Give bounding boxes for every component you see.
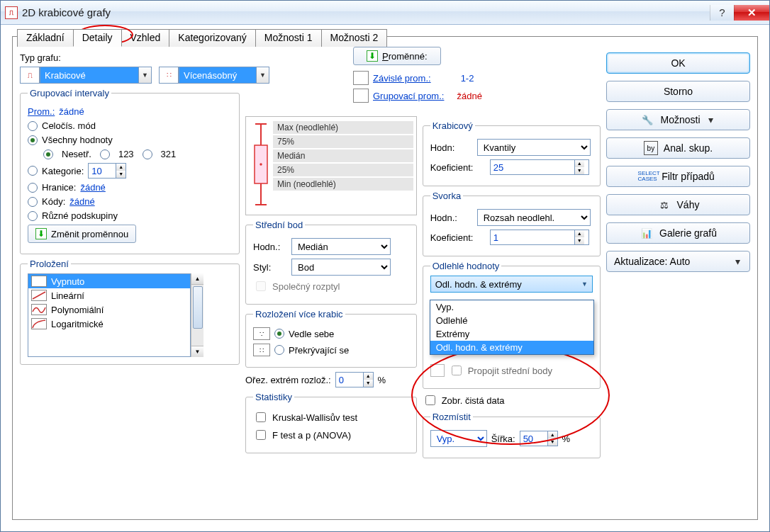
storno-button[interactable]: Storno (606, 81, 750, 102)
vsechny-label: Všechny hodnoty (42, 135, 113, 145)
sb-hodn-select[interactable]: Medián (291, 238, 391, 255)
fit-item-poly: Polynomiální (28, 302, 190, 317)
celocis-radio[interactable] (28, 121, 38, 131)
fit-label-0: Vypnuto (51, 276, 84, 287)
odlehle-opt-2[interactable]: Extrémy (430, 327, 593, 341)
rozlozeni-legend: Rozložení více krabic (253, 309, 345, 319)
graph-type-primary-dd[interactable]: ▼ (139, 67, 152, 84)
f-chk[interactable] (256, 430, 266, 440)
statistiky-legend: Statistiky (253, 392, 294, 402)
tab-vzhled[interactable]: Vzhled (121, 29, 170, 47)
r321-radio[interactable] (143, 149, 152, 159)
kody-radio[interactable] (28, 197, 38, 207)
help-button[interactable]: ? (710, 5, 734, 21)
bp-25: 25% (273, 164, 413, 176)
zobr-cista-label: Zobr. čistá data (442, 395, 505, 406)
r123-radio[interactable] (100, 149, 110, 159)
hranice-radio[interactable] (28, 183, 38, 193)
odlehle-combo[interactable]: Odl. hodn. & extrémy ▼ (430, 276, 593, 293)
prom-value: žádné (59, 106, 84, 117)
filtr-button[interactable]: SELECTCASES Filtr případů (606, 166, 750, 187)
variables-button-label: Proměnné: (382, 51, 428, 62)
prekr-label: Překrývající se (289, 345, 349, 356)
change-variable-button[interactable]: ⬇ Změnit proměnnou (28, 225, 136, 243)
gear-icon: 🔧 (640, 113, 654, 127)
orez-suffix: % (378, 375, 386, 385)
prom-link[interactable]: Prom.: (28, 106, 55, 117)
odlehle-dropdown[interactable]: Vyp. Odlehlé Extrémy Odl. hodn. & extrém… (430, 300, 594, 355)
tab-moznosti2[interactable]: Možnosti 2 (321, 29, 388, 47)
odlehle-opt-1[interactable]: Odlehlé (430, 314, 593, 327)
dep-label[interactable]: Závislé prom.: (373, 73, 431, 84)
tab-moznosti1[interactable]: Možnosti 1 (255, 29, 322, 47)
f-label: F test a p (ANOVA) (272, 430, 351, 441)
sb-styl-select[interactable]: Bod (291, 259, 391, 276)
tab-zakladni[interactable]: Základní (17, 29, 74, 47)
kr-koef-spin[interactable]: ▲▼ (490, 159, 589, 175)
kw-chk[interactable] (256, 412, 266, 422)
sirka-spin[interactable]: ▲▼ (520, 431, 558, 446)
rozmistit-select[interactable]: Vyp. (430, 430, 487, 447)
stredni-bod-fieldset: Střední bod Hodn.: Medián Styl: Bod (245, 220, 417, 305)
odlehle-fieldset: Odlehlé hodnoty Odl. hodn. & extrémy ▼ V… (423, 261, 601, 389)
prolozeni-fieldset: Proložení Vypnuto Lineární (20, 259, 240, 365)
prekr-radio[interactable] (274, 345, 284, 355)
moznosti-button[interactable]: 🔧 Možnosti ▾ (606, 109, 750, 130)
propojit-chk[interactable] (452, 366, 462, 375)
orez-label: Ořez. extrém rozlož.: (245, 375, 331, 385)
r123-label: 123 (118, 149, 134, 159)
multiple-type-icon: ∷ (159, 67, 179, 84)
tab-detaily[interactable]: Detaily (73, 29, 122, 47)
fit-swatch-poly (31, 304, 47, 315)
grp-value: žádné (457, 91, 481, 101)
chevron-down-icon: ▾ (706, 114, 716, 125)
celocis-label: Celočís. mód (42, 120, 96, 131)
tab-kategorizovany[interactable]: Kategorizovaný (169, 29, 256, 47)
vsechny-radio[interactable] (28, 135, 38, 145)
spolecny-label: Společný rozptyl (272, 281, 340, 292)
grp-label[interactable]: Grupovací prom.: (373, 91, 444, 101)
graph-type-primary[interactable]: Krabicové (40, 67, 139, 84)
app-icon: ⎍ (5, 6, 18, 19)
orez-input[interactable] (336, 373, 363, 387)
kody-value[interactable]: žádné (69, 196, 94, 207)
boxplot-type-icon: ⎍ (20, 67, 40, 84)
close-button[interactable]: ✕ (734, 5, 769, 21)
vedle-radio[interactable] (274, 329, 284, 339)
ruzne-radio[interactable] (28, 211, 38, 221)
rozmistit-fieldset: Rozmístit Vyp. Šířka: ▲▼ % (423, 412, 601, 458)
fit-scrollbar[interactable]: ▲ ▼ (191, 273, 203, 357)
anal-skup-button[interactable]: by Anal. skup. (606, 137, 750, 159)
kategorie-input[interactable] (89, 164, 116, 178)
kr-koef-input[interactable] (491, 160, 574, 174)
arrow-down-icon: ⬇ (35, 228, 47, 239)
odlehle-opt-0[interactable]: Vyp. (430, 300, 593, 314)
sv-koef-input[interactable] (491, 230, 574, 244)
hranice-value[interactable]: žádné (80, 182, 105, 193)
nesetr-radio[interactable] (43, 149, 53, 159)
kategorie-radio[interactable] (28, 166, 38, 176)
orez-spin[interactable]: ▲▼ (335, 372, 374, 387)
titlebar: ⎍ 2D krabicové grafy ? ✕ (1, 1, 769, 25)
sirka-input[interactable] (520, 431, 547, 446)
galerie-button[interactable]: 📊 Galerie grafů (606, 222, 750, 244)
grp-icon (353, 89, 369, 103)
sv-hodn-select[interactable]: Rozsah neodlehl. (477, 209, 591, 226)
sv-koef-spin[interactable]: ▲▼ (490, 230, 589, 245)
fit-swatch-linear (31, 290, 47, 301)
vahy-button[interactable]: ⚖ Váhy (606, 194, 750, 215)
aktualizace-button[interactable]: Aktualizace: Auto ▾ (606, 251, 750, 272)
fit-swatch-blank (31, 276, 47, 287)
kategorie-spin[interactable]: ▲▼ (88, 163, 126, 179)
krabicovy-legend: Krabicový (430, 120, 475, 131)
kr-hodn-select[interactable]: Kvantily (477, 139, 591, 156)
zobr-cista-chk[interactable] (425, 395, 435, 405)
variables-button[interactable]: ⬇ Proměnné: (353, 47, 441, 65)
sirka-suffix: % (562, 434, 571, 444)
fit-listbox[interactable]: Vypnuto Lineární Polynomiální (28, 273, 191, 357)
svorka-legend: Svorka (430, 191, 463, 201)
typ-grafu-label: Typ grafu: (20, 52, 240, 63)
ok-button[interactable]: OK (606, 52, 750, 74)
odlehle-opt-3[interactable]: Odl. hodn. & extrémy (430, 341, 593, 354)
change-variable-label: Změnit proměnnou (51, 229, 128, 239)
